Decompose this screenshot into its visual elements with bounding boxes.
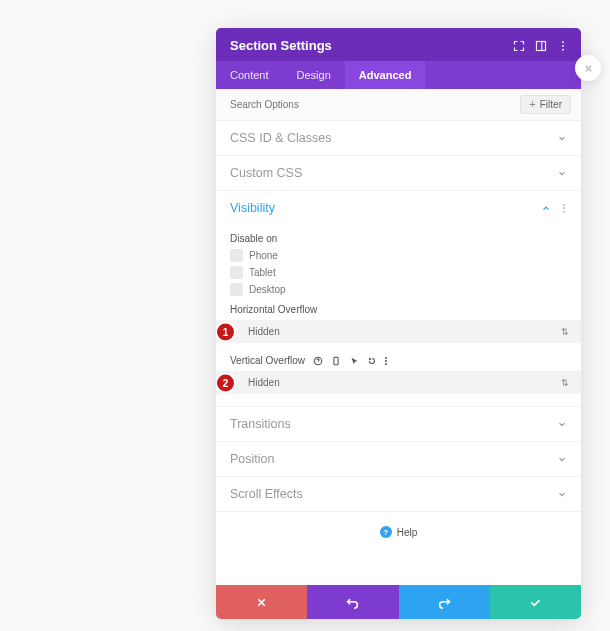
group-head-actions <box>541 203 567 213</box>
chevron-down-icon <box>557 489 567 499</box>
horizontal-overflow-row: 1 Hidden ⇅ <box>216 320 581 343</box>
chevron-down-icon <box>557 419 567 429</box>
save-button[interactable] <box>490 585 581 619</box>
updown-icon: ⇅ <box>561 378 567 388</box>
group-head-custom-css[interactable]: Custom CSS <box>216 156 581 190</box>
title-actions <box>513 40 569 52</box>
disable-on-options: Phone Tablet Desktop <box>230 249 567 296</box>
settings-modal: Section Settings Content Design Advanced… <box>216 28 581 619</box>
group-css-id: CSS ID & Classes <box>216 121 581 156</box>
tab-design[interactable]: Design <box>283 61 345 89</box>
search-input[interactable] <box>230 99 520 110</box>
chevron-down-icon <box>557 133 567 143</box>
expand-icon[interactable] <box>513 40 525 52</box>
checkbox-icon <box>230 249 243 262</box>
check-label: Desktop <box>249 284 286 295</box>
svg-point-3 <box>562 45 564 47</box>
vertical-overflow-select[interactable]: Hidden ⇅ <box>216 371 581 394</box>
disable-on-label: Disable on <box>230 233 567 244</box>
help-icon[interactable] <box>313 356 323 366</box>
svg-point-2 <box>562 41 564 43</box>
more-icon[interactable] <box>557 40 569 52</box>
close-icon <box>255 596 268 609</box>
check-desktop[interactable]: Desktop <box>230 283 567 296</box>
group-visibility: Visibility Disable on Phone Tablet Deskt… <box>216 191 581 407</box>
group-head-css-id[interactable]: CSS ID & Classes <box>216 121 581 155</box>
plus-icon: + <box>529 99 535 110</box>
modal-title: Section Settings <box>230 38 332 53</box>
undo-button[interactable] <box>307 585 398 619</box>
reset-icon[interactable] <box>367 356 377 366</box>
redo-icon <box>438 596 451 609</box>
group-name: CSS ID & Classes <box>230 131 331 145</box>
chevron-up-icon <box>541 203 551 213</box>
kebab-icon[interactable] <box>385 357 387 365</box>
modal-footer <box>216 585 581 619</box>
filter-button[interactable]: + Filter <box>520 95 571 114</box>
visibility-body: Disable on Phone Tablet Desktop Horizont… <box>216 225 581 406</box>
options-toolbar: + Filter <box>216 89 581 121</box>
check-label: Phone <box>249 250 278 261</box>
callout-2: 2 <box>217 374 234 391</box>
svg-rect-0 <box>537 41 546 50</box>
callout-1: 1 <box>217 323 234 340</box>
help-badge-icon: ? <box>380 526 392 538</box>
filter-label: Filter <box>540 99 562 110</box>
select-value: Hidden <box>248 377 280 388</box>
hover-icon[interactable] <box>349 356 359 366</box>
help-label: Help <box>397 527 418 538</box>
group-name: Scroll Effects <box>230 487 303 501</box>
undo-icon <box>346 596 359 609</box>
group-head-visibility[interactable]: Visibility <box>216 191 581 225</box>
tab-advanced[interactable]: Advanced <box>345 61 426 89</box>
group-name: Visibility <box>230 201 275 215</box>
close-icon <box>583 63 594 74</box>
group-custom-css: Custom CSS <box>216 156 581 191</box>
check-label: Tablet <box>249 267 276 278</box>
svg-point-4 <box>562 48 564 50</box>
group-name: Position <box>230 452 274 466</box>
chevron-down-icon <box>557 454 567 464</box>
group-head-transitions[interactable]: Transitions <box>216 407 581 441</box>
select-value: Hidden <box>248 326 280 337</box>
checkbox-icon <box>230 266 243 279</box>
horizontal-overflow-select[interactable]: Hidden ⇅ <box>216 320 581 343</box>
group-name: Transitions <box>230 417 291 431</box>
vertical-overflow-label: Vertical Overflow <box>230 355 305 366</box>
title-row: Section Settings <box>216 28 581 61</box>
tab-content[interactable]: Content <box>216 61 283 89</box>
modal-header: Section Settings Content Design Advanced <box>216 28 581 89</box>
redo-button[interactable] <box>399 585 490 619</box>
check-tablet[interactable]: Tablet <box>230 266 567 279</box>
horizontal-overflow-label: Horizontal Overflow <box>230 304 567 315</box>
device-icon[interactable] <box>331 356 341 366</box>
check-icon <box>529 596 542 609</box>
chevron-down-icon <box>557 168 567 178</box>
group-name: Custom CSS <box>230 166 302 180</box>
updown-icon: ⇅ <box>561 327 567 337</box>
tabs: Content Design Advanced <box>216 61 581 89</box>
cancel-button[interactable] <box>216 585 307 619</box>
vertical-overflow-row: 2 Hidden ⇅ <box>216 371 581 394</box>
check-phone[interactable]: Phone <box>230 249 567 262</box>
group-head-scroll-effects[interactable]: Scroll Effects <box>216 477 581 511</box>
group-position: Position <box>216 442 581 477</box>
group-transitions: Transitions <box>216 407 581 442</box>
modal-body: CSS ID & Classes Custom CSS Visibility D… <box>216 121 581 585</box>
svg-rect-6 <box>334 357 338 365</box>
group-scroll-effects: Scroll Effects <box>216 477 581 512</box>
group-head-position[interactable]: Position <box>216 442 581 476</box>
close-modal-button[interactable] <box>575 55 601 81</box>
kebab-icon[interactable] <box>563 204 567 213</box>
vertical-overflow-label-row: Vertical Overflow <box>230 355 567 366</box>
help-row[interactable]: ? Help <box>216 512 581 552</box>
snap-icon[interactable] <box>535 40 547 52</box>
checkbox-icon <box>230 283 243 296</box>
